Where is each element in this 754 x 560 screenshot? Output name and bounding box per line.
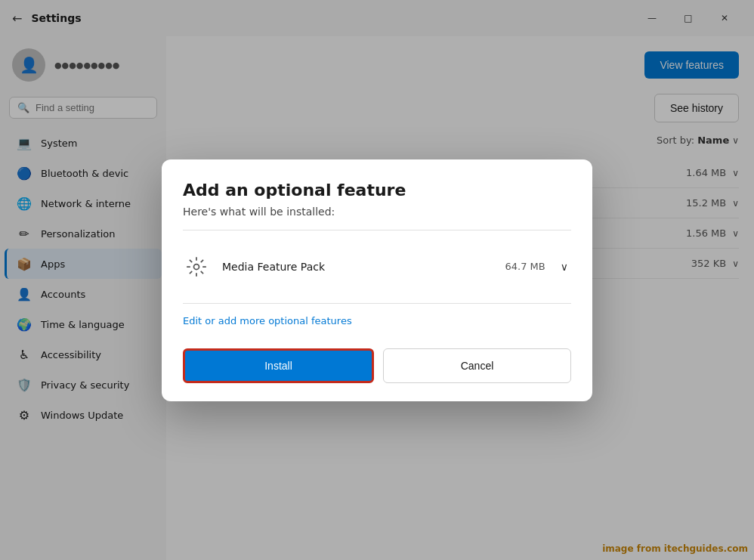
- add-optional-feature-dialog: Add an optional feature Here's what will…: [162, 159, 592, 401]
- feature-expand-icon[interactable]: ∨: [558, 258, 571, 276]
- install-button[interactable]: Install: [183, 348, 374, 383]
- cancel-button[interactable]: Cancel: [383, 348, 571, 383]
- feature-name: Media Feature Pack: [222, 261, 493, 273]
- dialog-body: Media Feature Pack 64.7 MB ∨: [162, 230, 592, 303]
- dialog-title: Add an optional feature: [183, 181, 571, 200]
- feature-size: 64.7 MB: [505, 261, 545, 272]
- dialog-header: Add an optional feature Here's what will…: [162, 159, 592, 230]
- modal-overlay: Add an optional feature Here's what will…: [0, 0, 754, 560]
- svg-point-0: [194, 264, 199, 269]
- feature-item-media: Media Feature Pack 64.7 MB ∨: [183, 243, 571, 291]
- dialog-footer: Install Cancel: [162, 336, 592, 401]
- edit-optional-features-link[interactable]: Edit or add more optional features: [183, 315, 352, 326]
- dialog-subtitle: Here's what will be installed:: [183, 206, 571, 218]
- dialog-footer-link: Edit or add more optional features: [162, 304, 592, 336]
- feature-icon: [183, 253, 210, 280]
